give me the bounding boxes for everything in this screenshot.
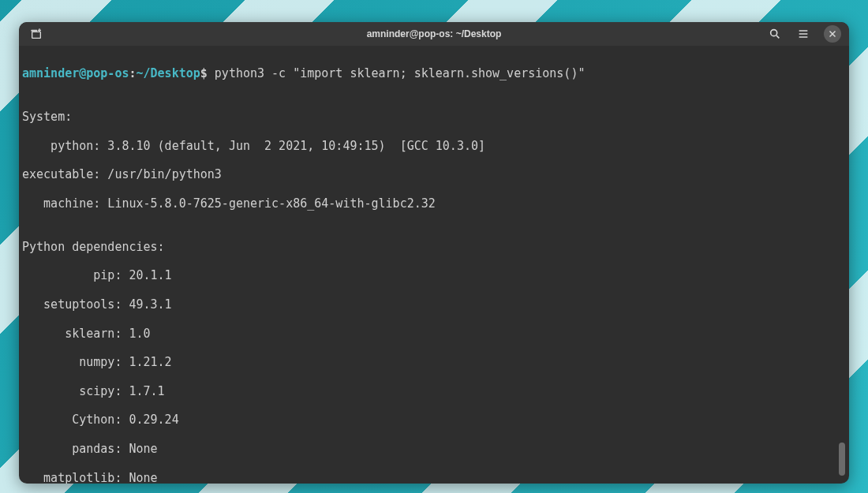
output-line: setuptools: 49.3.1 [22,297,846,312]
svg-rect-1 [31,30,37,32]
search-icon[interactable] [767,26,783,42]
output-line: Cython: 0.29.24 [22,413,846,427]
output-line: machine: Linux-5.8.0-7625-generic-x86_64… [22,196,846,211]
terminal-body[interactable]: amninder@pop-os:~/Desktop$ python3 -c "i… [19,46,849,484]
scrollbar[interactable] [839,443,845,476]
window-title: amninder@pop-os: ~/Desktop [19,28,849,39]
prompt-line-1: amninder@pop-os:~/Desktop$ python3 -c "i… [22,66,846,80]
output-line: python: 3.8.10 (default, Jun 2 2021, 10:… [22,139,846,153]
output-line: matplotlib: None [22,471,846,484]
prompt-dollar: $ [200,66,208,80]
new-tab-icon[interactable] [30,28,43,40]
output-line: pip: 20.1.1 [22,268,846,282]
output-line: sklearn: 1.0 [22,327,846,341]
svg-rect-0 [32,32,41,38]
svg-line-5 [776,35,779,38]
titlebar: amninder@pop-os: ~/Desktop [19,22,849,46]
svg-point-4 [771,30,777,36]
command-text: python3 -c "import sklearn; sklearn.show… [208,66,586,80]
output-line: scipy: 1.7.1 [22,384,846,398]
output-line: numpy: 1.21.2 [22,355,846,369]
hamburger-menu-icon[interactable] [795,26,811,42]
output-line: Python dependencies: [22,240,846,254]
output-line: System: [22,110,846,124]
prompt-path: ~/Desktop [137,66,200,80]
prompt-user-host: amninder@pop-os [22,66,129,80]
terminal-window: amninder@pop-os: ~/Desktop [19,22,849,484]
output-line: pandas: None [22,442,846,456]
prompt-colon: : [129,66,136,80]
close-button[interactable] [824,25,841,43]
output-line: executable: /usr/bin/python3 [22,167,846,181]
